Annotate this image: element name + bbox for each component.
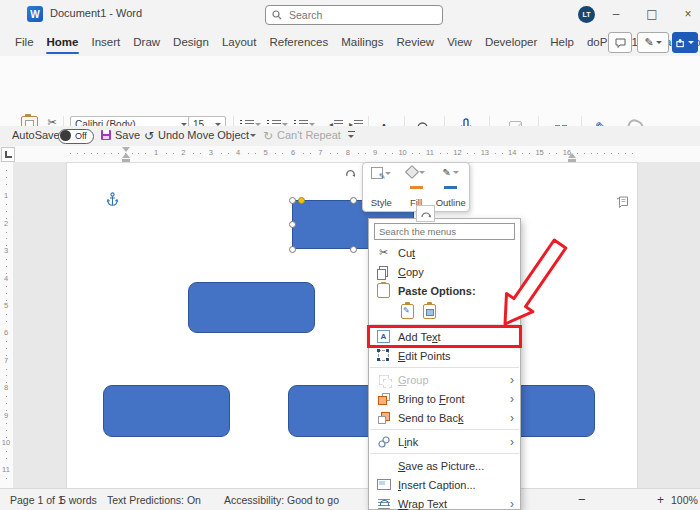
paste-keep-formatting-icon[interactable] bbox=[401, 304, 414, 319]
h-ruler-number: 9 bbox=[371, 148, 379, 157]
h-ruler-number: 11 bbox=[424, 148, 436, 157]
undo-button[interactable]: Undo Move Object bbox=[158, 129, 249, 141]
zoom-level[interactable]: 100% bbox=[671, 494, 698, 506]
context-menu-item-send-to-back[interactable]: Send to Back› bbox=[369, 408, 520, 427]
chevron-down-icon bbox=[656, 41, 662, 44]
selection-handle[interactable] bbox=[289, 197, 296, 204]
context-menu-item-edit-points[interactable]: Edit Points bbox=[369, 346, 520, 365]
zoom-out-button[interactable]: − bbox=[578, 492, 586, 507]
rotate-handle-icon[interactable] bbox=[345, 169, 356, 180]
menu-tab-design[interactable]: Design bbox=[171, 36, 211, 48]
menu-tab-mailings[interactable]: Mailings bbox=[339, 36, 385, 48]
chevron-down-icon bbox=[385, 172, 391, 175]
comment-marker-icon[interactable] bbox=[616, 196, 629, 208]
menu-tab-review[interactable]: Review bbox=[394, 36, 436, 48]
right-indent-marker[interactable] bbox=[568, 153, 576, 158]
menu-separator bbox=[370, 429, 519, 430]
context-menu-item-bring-to-front[interactable]: Bring to Front› bbox=[369, 389, 520, 408]
menu-tab-developer[interactable]: Developer bbox=[483, 36, 539, 48]
fill-button[interactable]: Fill bbox=[399, 165, 434, 209]
minimize-button[interactable]: – bbox=[606, 4, 626, 24]
document-title: Document1 - Word bbox=[50, 7, 142, 19]
menu-tab-insert[interactable]: Insert bbox=[89, 36, 122, 48]
menu-tab-draw[interactable]: Draw bbox=[131, 36, 162, 48]
word-count[interactable]: 5 words bbox=[60, 494, 97, 506]
qat-overflow-icon[interactable] bbox=[348, 131, 355, 132]
clipboard-icon bbox=[375, 283, 392, 298]
rotate-handle-box[interactable] bbox=[416, 205, 435, 222]
submenu-chevron-icon: › bbox=[510, 373, 514, 387]
menu-tab-layout[interactable]: Layout bbox=[220, 36, 259, 48]
selection-handle[interactable] bbox=[350, 197, 357, 204]
paste-as-picture-icon[interactable] bbox=[423, 304, 436, 319]
maximize-button[interactable]: □ bbox=[642, 4, 662, 24]
shape-style-icon bbox=[371, 167, 383, 179]
search-input[interactable] bbox=[287, 8, 421, 22]
h-ruler-number: 12 bbox=[451, 148, 463, 157]
tab-stop-icon bbox=[5, 151, 12, 158]
first-line-indent-marker[interactable] bbox=[122, 147, 130, 152]
left-indent-marker[interactable] bbox=[122, 159, 130, 162]
autosave-label: AutoSave bbox=[12, 129, 60, 141]
autosave-toggle[interactable]: Off bbox=[58, 129, 94, 144]
context-menu-item-group[interactable]: Group› bbox=[369, 370, 520, 389]
outline-button[interactable]: ✎ Outline bbox=[433, 165, 468, 209]
tab-selector[interactable] bbox=[1, 147, 15, 162]
save-button[interactable]: Save bbox=[115, 129, 140, 141]
comments-button[interactable] bbox=[608, 32, 632, 53]
v-ruler-number: 2 bbox=[1, 219, 11, 228]
search-box[interactable] bbox=[265, 5, 443, 25]
menu-tab-file[interactable]: File bbox=[13, 36, 36, 48]
selection-handle[interactable] bbox=[289, 246, 296, 253]
send-back-icon bbox=[375, 412, 392, 424]
undo-chevron-icon[interactable] bbox=[250, 134, 256, 137]
context-menu-item-save-as-picture[interactable]: Save as Picture... bbox=[369, 456, 520, 475]
submenu-chevron-icon: › bbox=[510, 497, 514, 510]
word-window: W Document1 - Word LT – □ × FileHomeInse… bbox=[0, 0, 700, 510]
wrap-text-icon bbox=[375, 499, 392, 509]
caption-icon bbox=[375, 479, 392, 490]
context-menu-item-link[interactable]: Link› bbox=[369, 432, 520, 451]
h-ruler-number: 2 bbox=[179, 148, 187, 157]
add-text-icon: A bbox=[375, 330, 392, 343]
edit-points-icon bbox=[375, 350, 392, 361]
text-predictions[interactable]: Text Predictions: On bbox=[107, 494, 201, 506]
selection-handle[interactable] bbox=[289, 221, 296, 228]
avatar[interactable]: LT bbox=[578, 6, 595, 23]
adjust-handle[interactable] bbox=[298, 197, 305, 204]
context-menu-item-wrap-text[interactable]: Wrap Text› bbox=[369, 494, 520, 510]
group-icon bbox=[375, 375, 392, 385]
hanging-indent-marker[interactable] bbox=[122, 153, 130, 158]
v-ruler-number: 3 bbox=[1, 246, 11, 255]
outline-pen-icon: ✎ bbox=[442, 167, 450, 178]
horizontal-ruler[interactable] bbox=[13, 146, 700, 162]
context-menu-item-insert-caption[interactable]: Insert Caption... bbox=[369, 475, 520, 494]
selection-handle[interactable] bbox=[350, 246, 357, 253]
v-ruler-number: 7 bbox=[1, 356, 11, 365]
menu-tab-help[interactable]: Help bbox=[548, 36, 576, 48]
v-ruler-number: 11 bbox=[1, 465, 11, 474]
ribbon: Paste ✂ ✎ Clipboard Calibri (Body) 15 B … bbox=[0, 56, 700, 127]
style-button[interactable]: Style bbox=[364, 165, 399, 209]
page-info[interactable]: Page 1 of 1 bbox=[10, 494, 64, 506]
h-ruler-number: 4 bbox=[234, 148, 242, 157]
title-bar: W Document1 - Word LT – □ × bbox=[0, 0, 700, 28]
menu-tab-home[interactable]: Home bbox=[45, 36, 81, 48]
accessibility-status[interactable]: Accessibility: Good to go bbox=[224, 494, 339, 506]
zoom-in-button[interactable]: + bbox=[657, 493, 664, 507]
h-ruler-number: 7 bbox=[316, 148, 324, 157]
menu-separator bbox=[370, 453, 519, 454]
close-button[interactable]: × bbox=[678, 4, 698, 24]
fill-color-bar bbox=[410, 186, 423, 189]
shape-rounded-rectangle-middle[interactable] bbox=[188, 282, 315, 333]
share-icon bbox=[676, 38, 686, 48]
menu-tab-view[interactable]: View bbox=[445, 36, 474, 48]
status-bar: Page 1 of 1 5 words Text Predictions: On… bbox=[0, 488, 700, 510]
menu-tab-references[interactable]: References bbox=[267, 36, 330, 48]
link-icon bbox=[375, 436, 392, 448]
submenu-chevron-icon: › bbox=[510, 411, 514, 425]
share-button[interactable] bbox=[672, 32, 698, 53]
editing-mode-button[interactable]: ✎ bbox=[637, 32, 669, 53]
shape-rounded-rectangle-bottom-left[interactable] bbox=[103, 385, 230, 437]
annotation-arrow bbox=[470, 232, 580, 337]
